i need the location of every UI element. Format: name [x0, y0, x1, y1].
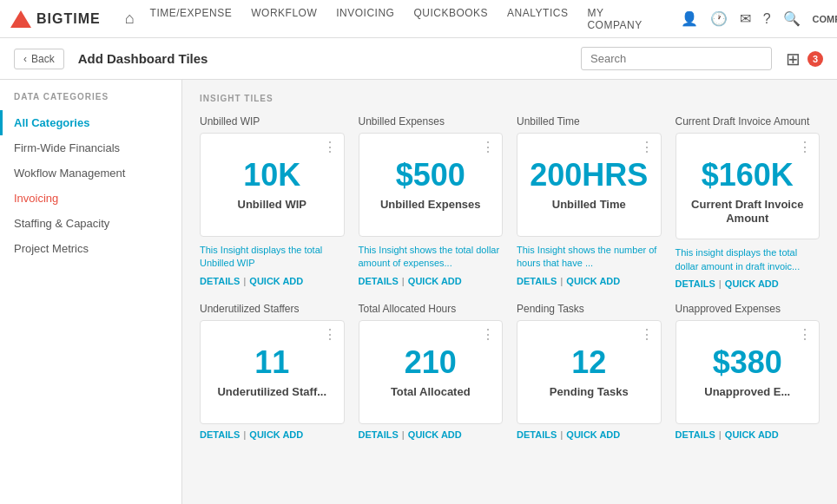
search-icon[interactable]: 🔍 — [783, 10, 801, 27]
sidebar-item-project-metrics[interactable]: Project Metrics — [0, 236, 181, 261]
tile-menu-icon-6[interactable]: ⋮ — [640, 328, 654, 342]
clock-icon[interactable]: 🕐 — [710, 10, 728, 27]
tile-menu-icon-7[interactable]: ⋮ — [798, 328, 812, 342]
tile-desc-text-1: This Insight shows the total dollar amou… — [359, 245, 500, 268]
back-button[interactable]: ‹ Back — [14, 49, 64, 69]
tile-menu-icon-5[interactable]: ⋮ — [481, 328, 495, 342]
details-link-2[interactable]: DETAILS — [517, 276, 557, 286]
details-link-1[interactable]: DETAILS — [359, 276, 399, 286]
logo[interactable]: BIGTIME — [10, 10, 101, 28]
tile-card-unbilled-time: ⋮ 200HRS Unbilled Time — [517, 133, 662, 237]
tile-desc-text-2: This Insight shows the number of hours t… — [517, 245, 656, 268]
tile-menu-icon-1[interactable]: ⋮ — [481, 141, 495, 154]
nav-analytics[interactable]: ANALYTICS — [507, 7, 568, 31]
tile-card-unapproved-expenses: ⋮ $380 Unapproved E... — [676, 320, 821, 424]
sep-4: | — [243, 429, 246, 440]
tile-sublabel-unapproved-expenses: Unapproved E... — [704, 385, 790, 400]
tile-card-unbilled-expenses: ⋮ $500 Unbilled Expenses — [359, 133, 504, 237]
tile-sublabel-unbilled-wip: Unbilled WIP — [238, 198, 306, 213]
quickadd-link-0[interactable]: QUICK ADD — [249, 276, 303, 286]
tile-desc-text-3: This insight displays the total dollar a… — [676, 247, 801, 271]
nav-quickbooks[interactable]: QUICKBOOKS — [413, 7, 488, 31]
tile-menu-icon-4[interactable]: ⋮ — [323, 328, 337, 342]
tile-header-unbilled-wip: Unbilled WIP — [200, 115, 345, 128]
tile-actions-unbilled-expenses: DETAILS | QUICK ADD — [359, 276, 504, 286]
sep-1: | — [402, 276, 405, 286]
tile-desc-link-0: Unbilled WIP — [200, 258, 255, 268]
quickadd-link-7[interactable]: QUICK ADD — [725, 429, 779, 440]
home-icon[interactable]: ⌂ — [125, 10, 135, 28]
sidebar-item-workflow[interactable]: Wokflow Management — [0, 160, 181, 186]
details-link-4[interactable]: DETAILS — [200, 429, 240, 440]
quickadd-link-4[interactable]: QUICK ADD — [249, 429, 303, 440]
tile-card-total-allocated: ⋮ 210 Total Allocated — [359, 320, 504, 424]
tile-header-total-allocated: Total Allocated Hours — [359, 303, 504, 315]
tile-wrapper-pending-tasks: Pending Tasks ⋮ 12 Pending Tasks DETAILS… — [517, 303, 662, 440]
tile-value-total-allocated: 210 — [405, 345, 457, 380]
company-label: COMPANY — [813, 14, 837, 24]
search-input[interactable] — [581, 47, 772, 70]
tile-card-pending-tasks: ⋮ 12 Pending Tasks — [517, 320, 662, 424]
sidebar-section-label: DATA CATEGORIES — [0, 92, 181, 110]
nav-workflow[interactable]: WORKFLOW — [251, 7, 317, 31]
tile-value-underutilized: 11 — [254, 345, 289, 380]
tile-sublabel-unbilled-expenses: Unbilled Expenses — [380, 198, 481, 213]
sidebar: DATA CATEGORIES All Categories Firm-Wide… — [0, 80, 182, 504]
nav-icons: 👤 🕐 ✉ ? 🔍 COMPANY — [681, 10, 837, 27]
details-link-5[interactable]: DETAILS — [359, 429, 399, 440]
tile-sublabel-unbilled-time: Unbilled Time — [552, 198, 626, 213]
nav-links: TIME/EXPENSE WORKFLOW INVOICING QUICKBOO… — [150, 7, 643, 31]
details-link-0[interactable]: DETAILS — [200, 276, 240, 286]
nav-time-expense[interactable]: TIME/EXPENSE — [150, 7, 233, 31]
tile-desc-text-0: This Insight displays the total — [200, 245, 322, 255]
sep-2: | — [560, 276, 563, 286]
sidebar-item-firm-wide[interactable]: Firm-Wide Financials — [0, 135, 181, 160]
sep-5: | — [402, 429, 405, 440]
tiles-grid: Unbilled WIP ⋮ 10K Unbilled WIP This Ins… — [200, 115, 820, 440]
tile-sublabel-total-allocated: Total Allocated — [391, 385, 471, 400]
question-icon[interactable]: ? — [763, 11, 771, 27]
tile-description-unbilled-expenses: This Insight shows the total dollar amou… — [359, 244, 504, 271]
sep-6: | — [560, 429, 563, 440]
content-area: INSIGHT TILES Unbilled WIP ⋮ 10K Unbille… — [182, 80, 837, 504]
tile-actions-unbilled-wip: DETAILS | QUICK ADD — [200, 276, 345, 286]
mail-icon[interactable]: ✉ — [740, 10, 751, 27]
tile-menu-icon-3[interactable]: ⋮ — [798, 141, 812, 154]
quickadd-link-1[interactable]: QUICK ADD — [408, 276, 462, 286]
nav-my-company[interactable]: MY COMPANY — [587, 7, 642, 31]
tile-actions-unapproved-expenses: DETAILS | QUICK ADD — [676, 429, 821, 440]
details-link-3[interactable]: DETAILS — [676, 278, 715, 289]
user-icon[interactable]: 👤 — [681, 10, 698, 27]
tile-sublabel-underutilized: Underutilized Staff... — [217, 385, 326, 400]
tile-menu-icon-2[interactable]: ⋮ — [640, 141, 654, 154]
tile-description-draft-invoice: This insight displays the total dollar a… — [676, 246, 821, 273]
tile-card-unbilled-wip: ⋮ 10K Unbilled WIP — [200, 133, 345, 237]
details-link-7[interactable]: DETAILS — [676, 429, 715, 440]
tile-value-unbilled-time: 200HRS — [530, 158, 648, 193]
badge-count: 3 — [807, 51, 823, 67]
sidebar-item-staffing[interactable]: Staffing & Capacity — [0, 211, 181, 236]
tile-header-unbilled-expenses: Unbilled Expenses — [359, 115, 504, 128]
badge-button[interactable]: 3 — [807, 51, 823, 67]
nav-invoicing[interactable]: INVOICING — [336, 7, 394, 31]
sidebar-item-invoicing[interactable]: Invoicing — [0, 186, 181, 211]
quickadd-link-6[interactable]: QUICK ADD — [566, 429, 620, 440]
sidebar-item-all-categories[interactable]: All Categories — [0, 110, 181, 135]
grid-view-icon[interactable]: ⊞ — [786, 49, 801, 69]
tile-sublabel-draft-invoice: Current Draft Invoice Amount — [689, 198, 807, 227]
tile-wrapper-underutilized: Underutilized Staffers ⋮ 11 Underutilize… — [200, 303, 345, 440]
tile-actions-underutilized: DETAILS | QUICK ADD — [200, 429, 345, 440]
details-link-6[interactable]: DETAILS — [517, 429, 557, 440]
tile-menu-icon-0[interactable]: ⋮ — [323, 141, 337, 154]
tile-value-unbilled-expenses: $500 — [396, 158, 465, 193]
quickadd-link-3[interactable]: QUICK ADD — [725, 278, 779, 289]
sep-0: | — [243, 276, 246, 286]
tile-card-underutilized: ⋮ 11 Underutilized Staff... — [200, 320, 345, 424]
tile-wrapper-unbilled-expenses: Unbilled Expenses ⋮ $500 Unbilled Expens… — [359, 115, 504, 289]
tile-actions-pending-tasks: DETAILS | QUICK ADD — [517, 429, 662, 440]
quickadd-link-2[interactable]: QUICK ADD — [566, 276, 620, 286]
quickadd-link-5[interactable]: QUICK ADD — [408, 429, 462, 440]
tile-wrapper-unbilled-wip: Unbilled WIP ⋮ 10K Unbilled WIP This Ins… — [200, 115, 345, 289]
tile-description-unbilled-time: This Insight shows the number of hours t… — [517, 244, 662, 271]
tile-value-pending-tasks: 12 — [571, 345, 606, 380]
